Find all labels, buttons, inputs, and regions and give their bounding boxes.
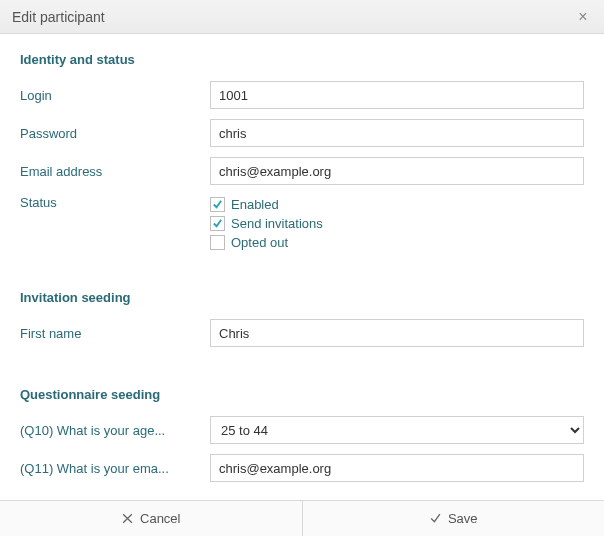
- tick-icon: [429, 512, 442, 525]
- cancel-button-label: Cancel: [140, 511, 180, 526]
- status-send-invitations-item: Send invitations: [210, 216, 584, 231]
- dialog-content: Identity and status Login Password Email…: [0, 34, 604, 500]
- q10-select[interactable]: 25 to 44: [210, 416, 584, 444]
- status-opted-out-checkbox[interactable]: [210, 235, 225, 250]
- status-enabled-item: Enabled: [210, 197, 584, 212]
- row-status: Status Enabled Send invitations: [20, 195, 584, 250]
- password-label: Password: [20, 126, 210, 141]
- status-opted-out-item: Opted out: [210, 235, 584, 250]
- close-icon: ×: [578, 8, 587, 25]
- email-label: Email address: [20, 164, 210, 179]
- section-questionnaire-title: Questionnaire seeding: [20, 387, 584, 402]
- cross-icon: [121, 512, 134, 525]
- row-password: Password: [20, 119, 584, 147]
- row-first-name: First name: [20, 319, 584, 347]
- status-send-invitations-label: Send invitations: [231, 216, 323, 231]
- dialog-footer: Cancel Save: [0, 500, 604, 536]
- email-input[interactable]: [210, 157, 584, 185]
- status-send-invitations-checkbox[interactable]: [210, 216, 225, 231]
- dialog-title: Edit participant: [12, 9, 574, 25]
- login-input[interactable]: [210, 81, 584, 109]
- section-invitation-title: Invitation seeding: [20, 290, 584, 305]
- status-enabled-checkbox[interactable]: [210, 197, 225, 212]
- first-name-input[interactable]: [210, 319, 584, 347]
- password-input[interactable]: [210, 119, 584, 147]
- status-enabled-label: Enabled: [231, 197, 279, 212]
- row-email: Email address: [20, 157, 584, 185]
- status-label: Status: [20, 195, 210, 210]
- section-identity-title: Identity and status: [20, 52, 584, 67]
- login-label: Login: [20, 88, 210, 103]
- first-name-label: First name: [20, 326, 210, 341]
- row-login: Login: [20, 81, 584, 109]
- close-button[interactable]: ×: [574, 9, 592, 25]
- row-q11: (Q11) What is your ema...: [20, 454, 584, 482]
- cancel-button[interactable]: Cancel: [0, 501, 302, 536]
- status-checklist: Enabled Send invitations Opted out: [210, 195, 584, 250]
- save-button[interactable]: Save: [302, 501, 605, 536]
- status-opted-out-label: Opted out: [231, 235, 288, 250]
- save-button-label: Save: [448, 511, 478, 526]
- q10-label: (Q10) What is your age...: [20, 423, 210, 438]
- row-q10: (Q10) What is your age... 25 to 44: [20, 416, 584, 444]
- q11-input[interactable]: [210, 454, 584, 482]
- dialog-titlebar: Edit participant ×: [0, 0, 604, 34]
- check-icon: [212, 199, 223, 210]
- check-icon: [212, 218, 223, 229]
- q11-label: (Q11) What is your ema...: [20, 461, 210, 476]
